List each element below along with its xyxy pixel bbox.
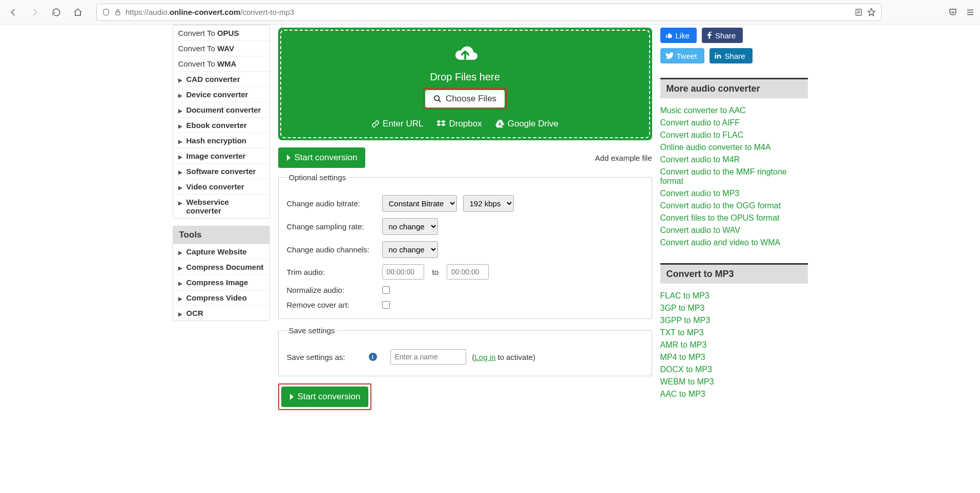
convert-to-mp3-heading: Convert to MP3 — [660, 263, 808, 284]
right-link[interactable]: Convert audio to M4R — [660, 154, 808, 166]
linkedin-share-button[interactable]: Share — [710, 48, 753, 63]
right-link[interactable]: MP4 to MP3 — [660, 351, 808, 363]
channels-select[interactable]: no change — [382, 241, 438, 258]
right-link[interactable]: WEBM to MP3 — [660, 376, 808, 388]
address-bar[interactable]: https://audio.online-convert.com/convert… — [96, 4, 882, 21]
linkedin-icon — [715, 52, 722, 59]
bitrate-mode-select[interactable]: Constant Bitrate — [382, 195, 457, 212]
choose-files-button[interactable]: Choose Files — [425, 90, 505, 108]
sidebar-convert-opus[interactable]: Convert To OPUS — [173, 25, 269, 40]
trim-end-input[interactable] — [447, 264, 489, 280]
sidebar-tool-compress-img[interactable]: ▶Compress Image — [173, 274, 269, 290]
convert-to-mp3-list: FLAC to MP3 3GP to MP3 3GPP to MP3 TXT t… — [660, 290, 808, 400]
main-content: Drop Files here Choose Files Enter URL D… — [278, 25, 652, 478]
caret-icon: ▶ — [178, 265, 182, 271]
caret-icon: ▶ — [178, 311, 182, 317]
trim-to-label: to — [432, 268, 439, 276]
right-link[interactable]: 3GP to MP3 — [660, 302, 808, 314]
pocket-icon[interactable] — [948, 8, 957, 17]
sidebar-tool-compress-vid[interactable]: ▶Compress Video — [173, 290, 269, 305]
home-button[interactable] — [70, 4, 86, 20]
right-link[interactable]: Convert audio to the MMF ringtone format — [660, 166, 808, 187]
right-link[interactable]: Online audio converter to M4A — [660, 141, 808, 154]
shield-icon — [102, 8, 110, 16]
bitrate-value-select[interactable]: 192 kbps — [463, 195, 514, 212]
sidebar-cat-software[interactable]: ▶Software converter — [173, 163, 269, 179]
right-link[interactable]: Convert audio to AIFF — [660, 117, 808, 129]
gdrive-link[interactable]: Google Drive — [495, 119, 558, 129]
thumbs-up-icon — [665, 32, 673, 39]
bookmark-star-icon[interactable] — [867, 8, 876, 17]
sidebar-tool-compress-doc[interactable]: ▶Compress Document — [173, 259, 269, 274]
chevron-right-icon — [289, 393, 295, 400]
sampling-select[interactable]: no change — [382, 218, 438, 235]
caret-icon: ▶ — [178, 139, 182, 144]
info-icon[interactable]: i — [369, 353, 377, 361]
browser-toolbar: https://audio.online-convert.com/convert… — [0, 0, 980, 25]
login-link[interactable]: Log in — [475, 353, 496, 361]
dropbox-icon — [436, 120, 446, 128]
start-conversion-button-bottom[interactable]: Start conversion — [281, 387, 369, 407]
right-link[interactable]: DOCX to MP3 — [660, 363, 808, 376]
right-column: Like Share Tweet Share More audio conver… — [660, 25, 808, 478]
sidebar-cat-webservice[interactable]: ▶Webservice converter — [173, 194, 269, 218]
sidebar-cat-hash[interactable]: ▶Hash encryption — [173, 133, 269, 148]
right-link[interactable]: Convert audio and video to WMA — [660, 237, 808, 249]
google-drive-icon — [495, 120, 505, 128]
cloud-upload-icon — [450, 42, 480, 65]
right-link[interactable]: Convert audio to WAV — [660, 224, 808, 237]
enter-url-link[interactable]: Enter URL — [371, 119, 423, 129]
sidebar-tools-heading: Tools — [173, 226, 269, 244]
fb-like-button[interactable]: Like — [660, 28, 697, 43]
sidebar-cat-video[interactable]: ▶Video converter — [173, 179, 269, 194]
save-name-input[interactable] — [390, 349, 466, 365]
caret-icon: ▶ — [178, 77, 182, 83]
tweet-button[interactable]: Tweet — [660, 48, 704, 63]
start-conversion-button-top[interactable]: Start conversion — [278, 147, 366, 168]
right-link[interactable]: FLAC to MP3 — [660, 290, 808, 302]
optional-settings: Optional settings Change audio bitrate: … — [278, 173, 652, 319]
reload-button[interactable] — [48, 4, 65, 20]
right-link[interactable]: TXT to MP3 — [660, 327, 808, 339]
right-link[interactable]: Convert audio to the OGG format — [660, 200, 808, 212]
back-button[interactable] — [5, 4, 22, 20]
sidebar-cat-device[interactable]: ▶Device converter — [173, 87, 269, 102]
normalize-checkbox[interactable] — [382, 286, 390, 294]
right-link[interactable]: Convert audio to FLAC — [660, 129, 808, 141]
sidebar-tool-ocr[interactable]: ▶OCR — [173, 305, 269, 320]
reader-icon[interactable] — [854, 8, 863, 16]
sidebar-convert-wav[interactable]: Convert To WAV — [173, 40, 269, 56]
caret-icon: ▶ — [178, 185, 182, 190]
right-link[interactable]: 3GPP to MP3 — [660, 314, 808, 327]
sidebar-tool-capture[interactable]: ▶Capture Website — [173, 244, 269, 259]
sidebar-cat-image[interactable]: ▶Image converter — [173, 148, 269, 163]
dropbox-link[interactable]: Dropbox — [436, 119, 482, 129]
sidebar-convert-wma[interactable]: Convert To WMA — [173, 56, 269, 71]
save-label: Save settings as: — [287, 353, 363, 361]
caret-icon: ▶ — [178, 169, 182, 175]
sidebar-cat-ebook[interactable]: ▶Ebook converter — [173, 117, 269, 133]
trim-start-input[interactable] — [382, 264, 424, 280]
url-text: https://audio.online-convert.com/convert… — [126, 8, 294, 16]
twitter-icon — [665, 52, 674, 59]
save-legend: Save settings — [287, 326, 337, 335]
right-link[interactable]: Convert audio to MP3 — [660, 187, 808, 200]
caret-icon: ▶ — [178, 123, 182, 129]
sidebar-cat-cad[interactable]: ▶CAD converter — [173, 71, 269, 87]
right-link[interactable]: Music converter to AAC — [660, 104, 808, 117]
save-activate-text: (Log in to activate) — [472, 353, 535, 361]
sidebar-cat-document[interactable]: ▶Document converter — [173, 102, 269, 117]
right-link[interactable]: Convert files to the OPUS format — [660, 212, 808, 224]
fb-share-button[interactable]: Share — [702, 28, 743, 43]
lock-icon — [114, 9, 121, 16]
right-link[interactable]: AMR to MP3 — [660, 339, 808, 351]
add-example-link[interactable]: Add example file — [595, 154, 652, 162]
dropzone[interactable]: Drop Files here Choose Files Enter URL D… — [280, 30, 650, 138]
right-link[interactable]: AAC to MP3 — [660, 388, 808, 400]
save-settings: Save settings Save settings as: i (Log i… — [278, 326, 652, 376]
menu-icon[interactable] — [966, 8, 975, 17]
svg-point-2 — [434, 96, 439, 100]
caret-icon: ▶ — [178, 250, 182, 255]
forward-button[interactable] — [27, 4, 43, 20]
removecover-checkbox[interactable] — [382, 301, 390, 309]
